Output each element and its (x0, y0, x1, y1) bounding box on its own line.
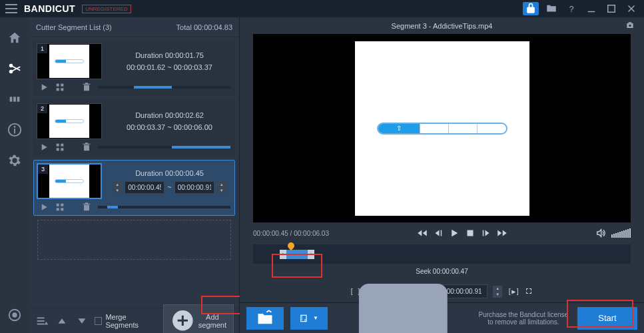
svg-text:P: P (304, 318, 306, 322)
segment-card-selected[interactable]: 3 Duration 00:00:00.45 ▲▼ ~ ▲▼ (33, 160, 235, 216)
help-icon[interactable]: ? (564, 3, 579, 15)
start-button[interactable]: Start (577, 307, 637, 330)
segment-number: 2 (37, 104, 47, 113)
svg-rect-12 (14, 129, 15, 133)
play-icon[interactable] (38, 142, 50, 153)
list-menu-icon[interactable] (35, 314, 49, 328)
svg-rect-34 (302, 316, 302, 316)
step-back-icon[interactable] (432, 227, 444, 239)
timeline-segment[interactable]: › ‹ (280, 250, 314, 259)
segment-progress[interactable] (98, 206, 230, 208)
segment-list-total: Total 00:00:04.83 (176, 23, 232, 31)
svg-rect-16 (61, 84, 63, 87)
handle-left[interactable]: › (280, 250, 286, 259)
svg-rect-29 (37, 323, 45, 324)
add-segment-button[interactable]: Add segment (163, 304, 234, 333)
app-logo: BANDICUT (24, 3, 75, 14)
volume-icon[interactable] (595, 228, 606, 238)
skip-fwd-icon[interactable] (496, 227, 508, 239)
svg-rect-28 (37, 320, 45, 322)
unregistered-badge: UNREGISTERED (82, 5, 131, 13)
close-icon[interactable] (624, 3, 639, 15)
cut-icon[interactable] (7, 61, 22, 76)
spinner-from[interactable]: ▲▼ (113, 181, 122, 193)
svg-rect-7 (10, 97, 13, 101)
svg-rect-32 (468, 230, 474, 236)
maximize-icon[interactable] (604, 3, 619, 15)
handle-right[interactable]: ‹ (308, 250, 314, 259)
up-icon[interactable] (55, 314, 69, 328)
segment-card[interactable]: 2 Duration 00:00:02.62 00:00:03.37 ~ 00:… (33, 100, 235, 156)
folder-icon[interactable] (544, 3, 559, 15)
video-preview: ⇧ (253, 34, 631, 222)
step-fwd-icon[interactable] (480, 227, 492, 239)
camera-icon[interactable] (624, 21, 636, 31)
segment-number: 3 (38, 165, 48, 174)
trash-icon[interactable] (81, 82, 93, 93)
svg-rect-18 (61, 88, 63, 91)
segment-progress[interactable] (98, 146, 230, 149)
record-icon[interactable] (7, 308, 22, 322)
segment-number: 1 (37, 44, 47, 53)
project-button[interactable]: P▼ (290, 307, 328, 330)
svg-rect-27 (37, 317, 45, 318)
info-icon[interactable] (7, 123, 22, 137)
svg-point-5 (9, 64, 13, 68)
play-icon[interactable] (38, 82, 50, 93)
svg-text:?: ? (569, 5, 574, 14)
volume-slider[interactable] (611, 228, 631, 238)
svg-rect-35 (302, 317, 302, 318)
svg-rect-8 (13, 97, 16, 101)
svg-rect-36 (302, 319, 302, 320)
open-file-button[interactable] (246, 307, 284, 330)
play-icon[interactable] (38, 202, 50, 212)
time-to-input[interactable] (174, 181, 214, 194)
svg-rect-19 (57, 144, 59, 147)
timecode-label: 00:00:00.45 / 00:00:06.03 (253, 230, 329, 237)
svg-rect-22 (61, 148, 63, 151)
trash-icon[interactable] (81, 202, 93, 212)
down-icon[interactable] (75, 314, 89, 328)
logo-suffix: CUT (55, 3, 75, 14)
home-icon[interactable] (7, 31, 22, 45)
lock-icon[interactable] (523, 2, 539, 15)
menu-hamburger[interactable] (5, 4, 17, 13)
svg-rect-21 (57, 148, 59, 151)
add-segment-label: Add segment (198, 313, 226, 329)
grid-icon[interactable] (54, 142, 66, 153)
minimize-icon[interactable] (584, 3, 599, 15)
duration-label: Duration 00:00:00.45 (135, 169, 204, 177)
settings-icon[interactable] (7, 153, 22, 168)
timeline[interactable]: › ‹ (253, 244, 631, 264)
license-text: Purchase the Bandicut license to remove … (476, 311, 571, 326)
merge-checkbox[interactable]: Merge Segments (95, 313, 158, 329)
svg-point-11 (14, 126, 16, 128)
trash-icon[interactable] (81, 142, 93, 153)
time-from-input[interactable] (125, 181, 164, 194)
tilde: ~ (167, 183, 171, 191)
range-label: 00:00:03.37 ~ 00:00:06.00 (127, 123, 212, 131)
svg-rect-38 (359, 284, 448, 333)
grid-icon[interactable] (54, 82, 66, 93)
duration-label: Duration 00:00:02.62 (135, 111, 204, 119)
svg-rect-23 (57, 204, 59, 206)
skip-back-icon[interactable] (416, 227, 428, 239)
preview-progressbar: ⇧ (377, 123, 507, 135)
svg-rect-17 (57, 88, 59, 91)
segment-card[interactable]: 1 Duration 00:00:01.75 00:00:01.62 ~ 00:… (33, 40, 235, 96)
play-icon[interactable] (448, 227, 460, 239)
svg-rect-26 (61, 208, 63, 210)
svg-point-6 (9, 70, 13, 74)
segment-thumbnail: 2 (37, 103, 102, 139)
segment-list-title: Cutter Segment List (3) (36, 23, 176, 31)
svg-rect-9 (17, 97, 20, 101)
range-label: 00:00:01.62 ~ 00:00:03.37 (127, 63, 212, 71)
stop-icon[interactable] (464, 227, 476, 239)
split-icon[interactable] (7, 92, 22, 107)
spinner-to[interactable]: ▲▼ (217, 181, 226, 193)
svg-rect-20 (61, 144, 63, 147)
segment-progress[interactable] (98, 86, 230, 89)
add-placeholder[interactable] (37, 220, 231, 260)
grid-icon[interactable] (54, 202, 66, 212)
merge-label: Merge Segments (105, 313, 158, 329)
